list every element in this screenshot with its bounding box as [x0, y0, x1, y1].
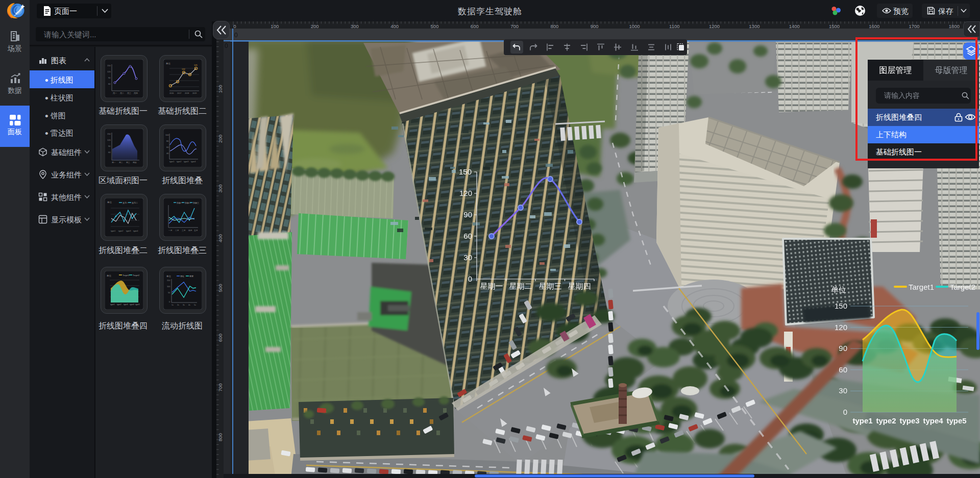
- svg-text:type3: type3: [899, 416, 919, 425]
- svg-text:一月: 一月: [168, 230, 173, 232]
- svg-text:0: 0: [468, 274, 472, 283]
- svg-text:type1: type1: [169, 161, 174, 163]
- svg-text:type3: type3: [184, 161, 188, 163]
- svg-text:Target1: Target1: [122, 274, 130, 276]
- svg-text:0: 0: [233, 23, 236, 29]
- svg-text:单位: 单位: [107, 201, 112, 204]
- svg-text:90: 90: [463, 210, 472, 219]
- svg-text:50: 50: [168, 292, 170, 294]
- svg-text:150: 150: [107, 64, 111, 67]
- svg-text:周二: 周二: [120, 92, 124, 94]
- svg-text:星期四: 星期四: [568, 282, 591, 290]
- svg-text:1400: 1400: [789, 23, 800, 29]
- svg-text:120: 120: [835, 323, 847, 332]
- svg-text:200: 200: [217, 135, 223, 143]
- svg-text:200: 200: [311, 23, 319, 29]
- svg-text:1s: 1s: [172, 304, 174, 306]
- svg-text:type1: type1: [110, 304, 115, 306]
- svg-text:周三: 周三: [127, 92, 131, 94]
- svg-text:星期一: 星期一: [480, 282, 503, 290]
- svg-text:type4: type4: [130, 304, 134, 306]
- svg-text:150: 150: [835, 301, 847, 310]
- svg-text:800: 800: [550, 23, 558, 29]
- svg-text:东北一: 东北一: [122, 202, 129, 204]
- svg-text:type4: type4: [923, 416, 943, 425]
- svg-text:1300: 1300: [749, 23, 760, 29]
- svg-text:星期三: 星期三: [539, 282, 562, 290]
- svg-text:60: 60: [166, 146, 169, 148]
- svg-text:周一: 周一: [112, 162, 116, 164]
- svg-text:type5: type5: [946, 416, 966, 425]
- svg-text:60: 60: [108, 83, 111, 85]
- svg-text:120: 120: [459, 189, 472, 197]
- svg-text:type1: type1: [852, 416, 872, 425]
- svg-text:单位: 单位: [831, 285, 846, 294]
- svg-text:type3: type3: [126, 230, 131, 232]
- svg-text:150: 150: [167, 280, 170, 282]
- svg-text:100: 100: [217, 85, 223, 93]
- svg-text:周三: 周三: [126, 162, 130, 164]
- svg-text:600: 600: [217, 334, 223, 342]
- svg-text:0: 0: [843, 408, 847, 416]
- svg-text:1200: 1200: [709, 23, 720, 29]
- svg-text:星期二: 星期二: [509, 282, 532, 290]
- svg-text:type2: type2: [118, 230, 123, 232]
- svg-text:2s: 2s: [177, 304, 179, 306]
- svg-text:700: 700: [510, 23, 519, 29]
- svg-text:吞吐: 吞吐: [180, 275, 184, 278]
- svg-text:Target2: Target2: [133, 274, 140, 276]
- svg-text:145: 145: [194, 64, 198, 66]
- svg-text:1700: 1700: [909, 23, 920, 29]
- svg-text:500: 500: [217, 284, 223, 292]
- svg-text:type5: type5: [135, 304, 140, 306]
- svg-text:type3: type3: [124, 304, 128, 306]
- svg-text:500: 500: [431, 23, 439, 29]
- svg-text:type1: type1: [111, 230, 115, 232]
- svg-text:周四: 周四: [134, 92, 138, 94]
- svg-text:5s: 5s: [194, 304, 196, 306]
- svg-text:90: 90: [108, 145, 111, 147]
- svg-text:2016: 2016: [169, 92, 174, 94]
- svg-text:100: 100: [271, 23, 279, 29]
- svg-text:60: 60: [839, 365, 847, 374]
- svg-text:400: 400: [217, 234, 223, 242]
- svg-text:300: 300: [217, 185, 223, 193]
- svg-text:type2: type2: [117, 304, 121, 306]
- svg-text:带宽: 带宽: [189, 275, 193, 278]
- svg-text:3s: 3s: [183, 304, 185, 306]
- svg-text:80: 80: [166, 140, 169, 142]
- svg-text:800: 800: [217, 433, 223, 441]
- svg-text:单位: 单位: [107, 274, 112, 277]
- svg-text:2017: 2017: [177, 92, 181, 94]
- svg-text:type4: type4: [133, 230, 138, 232]
- svg-text:30: 30: [463, 253, 472, 262]
- svg-text:东北二: 东北二: [132, 202, 138, 204]
- svg-text:周四: 周四: [133, 162, 137, 164]
- svg-text:单位: 单位: [166, 275, 172, 278]
- svg-text:1500: 1500: [829, 23, 840, 29]
- svg-text:周一: 周一: [113, 92, 117, 94]
- svg-text:4s: 4s: [188, 304, 190, 306]
- svg-text:900: 900: [591, 23, 599, 29]
- svg-text:2018: 2018: [185, 92, 189, 94]
- svg-text:0: 0: [169, 301, 170, 303]
- svg-text:Target1: Target1: [909, 283, 934, 291]
- svg-text:60: 60: [108, 151, 111, 154]
- svg-text:400: 400: [390, 23, 399, 29]
- svg-text:三月: 三月: [182, 230, 186, 232]
- svg-text:type4: type4: [191, 161, 195, 163]
- svg-text:600: 600: [471, 23, 479, 29]
- svg-text:1100: 1100: [669, 23, 679, 29]
- svg-text:90: 90: [108, 77, 111, 79]
- svg-text:150: 150: [107, 133, 111, 135]
- svg-text:132: 132: [182, 68, 185, 70]
- svg-text:1600: 1600: [869, 23, 879, 29]
- svg-text:300: 300: [351, 23, 359, 29]
- svg-text:100: 100: [165, 134, 169, 136]
- svg-text:单位: 单位: [166, 62, 171, 65]
- svg-text:30: 30: [839, 386, 847, 395]
- svg-text:四月: 四月: [188, 230, 192, 232]
- svg-text:2019: 2019: [192, 92, 197, 94]
- svg-text:150: 150: [459, 167, 472, 176]
- svg-text:100: 100: [167, 286, 170, 288]
